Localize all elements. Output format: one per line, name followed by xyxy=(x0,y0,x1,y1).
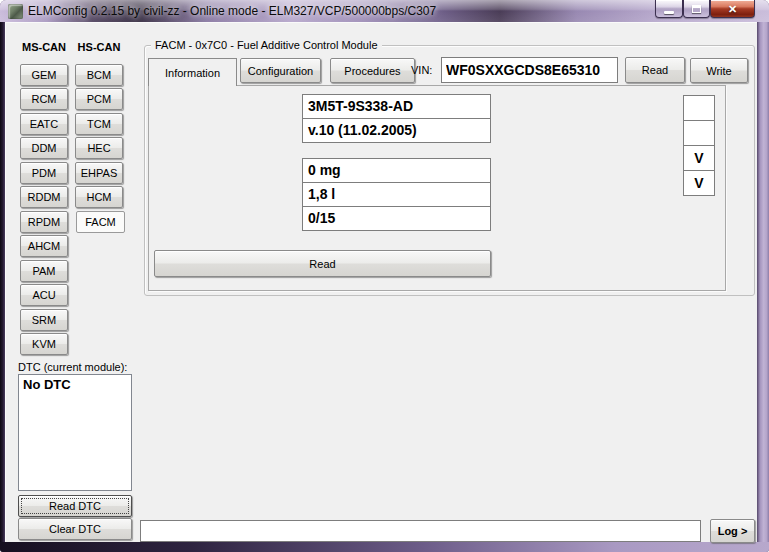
module-button-hcm[interactable]: HCM xyxy=(75,186,123,208)
window-title: ELMConfig 0.2.15 by civil-zz - Online mo… xyxy=(28,4,436,18)
hs-can-label: HS-CAN xyxy=(75,41,123,53)
module-button-ddm[interactable]: DDM xyxy=(20,137,68,159)
module-button-ehpas[interactable]: EHPAS xyxy=(75,162,123,184)
module-button-gem[interactable]: GEM xyxy=(20,64,68,86)
tab-information[interactable]: Information xyxy=(148,58,237,86)
log-input[interactable] xyxy=(140,520,701,542)
module-button-hec[interactable]: HEC xyxy=(75,137,123,159)
write-button[interactable]: Write xyxy=(690,58,748,83)
facm-group-title: FACM - 0x7C0 - Fuel Additive Control Mod… xyxy=(151,39,382,51)
window-border-right xyxy=(757,22,769,542)
module-button-acu[interactable]: ACU xyxy=(20,284,68,306)
module-button-rpdm[interactable]: RPDM xyxy=(20,211,68,233)
dtc-listbox[interactable]: No DTC xyxy=(18,374,132,491)
module-button-facm-active[interactable]: FACM xyxy=(76,211,125,233)
app-icon xyxy=(8,4,23,19)
minimize-button[interactable] xyxy=(655,0,683,18)
maximize-button[interactable] xyxy=(683,0,710,18)
titlebar[interactable]: ELMConfig 0.2.15 by civil-zz - Online mo… xyxy=(0,0,769,22)
module-button-bcm[interactable]: BCM xyxy=(75,64,123,86)
dtc-list-item: No DTC xyxy=(19,375,131,394)
part-number-value: 3M5T-9S338-AD xyxy=(302,94,491,119)
minimize-icon xyxy=(664,11,674,14)
clear-dtc-button[interactable]: Clear DTC xyxy=(18,518,132,540)
vin-label: VIN: xyxy=(411,64,432,76)
module-button-rcm[interactable]: RCM xyxy=(20,88,68,110)
fuel-cap-closed-box: V xyxy=(683,170,715,196)
vin-input[interactable] xyxy=(441,57,618,83)
maximize-icon xyxy=(692,5,701,13)
level-minimum-box xyxy=(683,95,715,121)
tab-procedures[interactable]: Procedures xyxy=(330,58,415,83)
module-button-ahcm[interactable]: AHCM xyxy=(20,235,68,257)
module-button-kvm[interactable]: KVM xyxy=(20,333,68,355)
dtc-label: DTC (current module): xyxy=(18,361,127,373)
read-button[interactable]: Read xyxy=(625,57,685,83)
close-icon xyxy=(728,1,737,17)
tab-configuration[interactable]: Configuration xyxy=(240,58,321,83)
module-button-rddm[interactable]: RDDM xyxy=(20,186,68,208)
module-button-pdm[interactable]: PDM xyxy=(20,162,68,184)
software-version-value: v.10 (11.02.2005) xyxy=(302,118,491,143)
current-level-value: 0/15 xyxy=(302,206,491,231)
module-button-pcm[interactable]: PCM xyxy=(75,88,123,110)
log-button[interactable]: Log > xyxy=(710,519,755,543)
read-module-button[interactable]: Read xyxy=(154,250,491,277)
app-window: ELMConfig 0.2.15 by civil-zz - Online mo… xyxy=(0,0,769,552)
mass-additive-value: 0 mg xyxy=(302,158,491,183)
window-border-bottom xyxy=(0,542,769,552)
module-button-eatc[interactable]: EATC xyxy=(20,113,68,135)
module-button-tcm[interactable]: TCM xyxy=(75,113,123,135)
level-full-box: V xyxy=(683,145,715,171)
module-button-pam[interactable]: PAM xyxy=(20,260,68,282)
read-dtc-button[interactable]: Read DTC xyxy=(18,495,132,517)
level-empty-box xyxy=(683,120,715,146)
close-button[interactable] xyxy=(710,0,755,18)
full-tank-value: 1,8 l xyxy=(302,182,491,207)
ms-can-label: MS-CAN xyxy=(20,41,68,53)
module-button-srm[interactable]: SRM xyxy=(20,309,68,331)
